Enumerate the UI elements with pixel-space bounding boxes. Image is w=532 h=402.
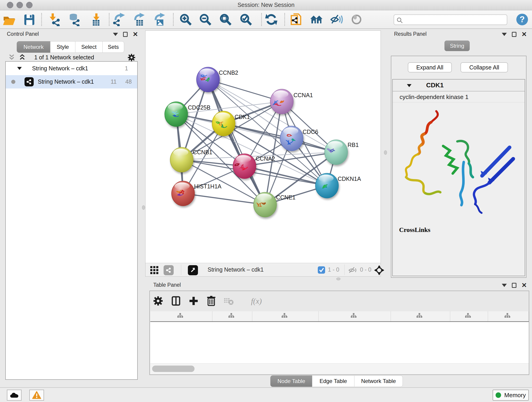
zoom-selected-icon[interactable] xyxy=(239,13,253,27)
network-node-CDC6[interactable] xyxy=(280,126,303,151)
table-row[interactable] xyxy=(150,322,529,333)
add-column-icon[interactable] xyxy=(188,295,200,307)
bottom-splitter-handle[interactable] xyxy=(336,278,341,280)
column-header--id[interactable] xyxy=(450,311,488,321)
birds-eye-view-icon[interactable] xyxy=(150,266,159,275)
export-image-icon[interactable] xyxy=(152,13,167,27)
tab-select[interactable]: Select xyxy=(75,41,103,53)
import-network-icon[interactable] xyxy=(48,13,62,27)
table-cell[interactable] xyxy=(319,322,391,333)
right-splitter-handle[interactable] xyxy=(384,150,387,155)
toolbar-separator xyxy=(41,13,42,26)
network-node-CDC25B[interactable] xyxy=(165,102,188,127)
control-panel-title: Control Panel xyxy=(7,31,39,37)
tab-sets[interactable]: Sets xyxy=(102,41,124,53)
results-panel-float-icon[interactable] xyxy=(512,32,516,37)
table-panel-menu-icon[interactable] xyxy=(502,284,507,287)
entry-collapse-icon[interactable] xyxy=(407,84,412,87)
network-row-selected[interactable]: String Network – cdk1 11 48 xyxy=(6,75,137,89)
results-panel-close-icon[interactable]: ✕ xyxy=(521,32,527,37)
network-node-RB1[interactable] xyxy=(325,140,348,165)
copy-style-icon[interactable] xyxy=(289,13,303,27)
network-node-CDK1[interactable] xyxy=(212,111,235,136)
import-database-icon[interactable] xyxy=(67,13,82,27)
network-node-HIST1H1A[interactable] xyxy=(172,181,195,206)
collapse-all-button[interactable]: Collapse All xyxy=(461,62,508,72)
column-header-database-identifier[interactable] xyxy=(319,311,391,321)
table-horizontal-scrollbar[interactable] xyxy=(150,363,529,374)
cloud-status-button[interactable] xyxy=(7,390,22,401)
table-panel-float-icon[interactable] xyxy=(512,283,516,288)
zoom-in-icon[interactable] xyxy=(178,13,193,27)
refresh-icon[interactable] xyxy=(264,13,278,27)
hide-items-icon[interactable] xyxy=(329,13,344,27)
control-panel-menu-icon[interactable] xyxy=(113,33,118,36)
results-panel-menu-icon[interactable] xyxy=(502,33,507,36)
export-network-icon[interactable] xyxy=(112,13,127,27)
network-options-gear-icon[interactable] xyxy=(127,53,136,62)
import-table-icon[interactable] xyxy=(89,13,103,27)
delete-table-icon[interactable] xyxy=(223,295,234,307)
table-gear-icon[interactable] xyxy=(152,295,164,307)
tab-node-table[interactable]: Node Table xyxy=(270,375,312,387)
network-node-CDKN1A[interactable] xyxy=(316,173,338,198)
warnings-button[interactable] xyxy=(29,390,44,401)
network-edge[interactable] xyxy=(183,193,265,205)
node-entry-header[interactable]: CDK1 xyxy=(393,80,525,91)
table-cell[interactable] xyxy=(252,322,319,333)
zoom-out-icon[interactable] xyxy=(198,13,212,27)
open-in-window-icon[interactable] xyxy=(188,265,198,275)
function-builder-icon: f(x) xyxy=(246,295,267,307)
table-cell[interactable] xyxy=(150,322,212,333)
table-cell[interactable] xyxy=(450,322,488,333)
network-canvas[interactable]: CCNB2 CCNA1 CDC25B CDK1 CDC6 RB1 CCNB1 C… xyxy=(145,31,381,277)
table-panel-close-icon[interactable]: ✕ xyxy=(521,283,527,288)
network-node-CCNE1[interactable] xyxy=(254,192,277,217)
control-panel-close-icon[interactable]: ✕ xyxy=(133,32,138,37)
save-session-icon[interactable] xyxy=(22,13,36,27)
tab-network[interactable]: Network xyxy=(17,41,51,53)
table-cell[interactable] xyxy=(212,322,253,333)
export-table-icon[interactable] xyxy=(132,13,146,27)
scrollbar-thumb[interactable] xyxy=(152,366,195,372)
collection-collapse-icon[interactable] xyxy=(17,67,22,70)
string-settings-icon[interactable] xyxy=(164,265,174,275)
left-splitter-handle[interactable] xyxy=(142,205,145,210)
search-input[interactable] xyxy=(405,15,504,24)
shared-name-tree-icon xyxy=(228,313,234,320)
column-header-shared-name[interactable] xyxy=(150,311,212,321)
tab-style[interactable]: Style xyxy=(50,41,75,53)
network-node-CCNB2[interactable] xyxy=(196,67,220,92)
selected-nodes-checkbox-icon[interactable] xyxy=(318,266,325,274)
network-node-CCNA2[interactable] xyxy=(233,154,256,179)
fit-selected-crosshair-icon[interactable] xyxy=(374,265,385,275)
toolbar-separator xyxy=(261,13,262,26)
bottom-status-bar: Memory xyxy=(0,387,532,402)
column-header-description[interactable] xyxy=(391,311,450,321)
table-cell[interactable] xyxy=(488,322,529,333)
column-header-namespace[interactable] xyxy=(488,311,529,321)
toggle-gray-sphere-icon[interactable] xyxy=(349,13,364,27)
table-cell[interactable] xyxy=(391,322,450,333)
network-node-CCNB1[interactable] xyxy=(170,147,193,172)
network-edge[interactable] xyxy=(224,123,336,152)
tab-network-table[interactable]: Network Table xyxy=(354,375,403,387)
window-title: Session: New Session xyxy=(0,2,532,8)
home-icon[interactable] xyxy=(309,13,323,27)
column-header-name[interactable] xyxy=(212,311,253,321)
columns-icon[interactable] xyxy=(170,295,182,307)
expand-all-button[interactable]: Expand All xyxy=(408,62,452,72)
search-box[interactable] xyxy=(394,14,507,25)
zoom-fit-icon[interactable] xyxy=(218,13,233,27)
control-panel-float-icon[interactable] xyxy=(123,32,128,37)
open-session-icon[interactable] xyxy=(2,13,16,27)
memory-button[interactable]: Memory xyxy=(493,390,529,401)
column-header-canonical-name[interactable] xyxy=(252,311,319,321)
delete-column-icon[interactable] xyxy=(205,295,217,307)
network-node-CCNA1[interactable] xyxy=(270,89,293,114)
tab-edge-table[interactable]: Edge Table xyxy=(312,375,355,387)
results-tab-string[interactable]: String xyxy=(444,41,470,51)
node-label-CDKN1A: CDKN1A xyxy=(338,176,361,182)
network-collection-row[interactable]: String Network – cdk1 1 xyxy=(6,62,137,75)
help-icon[interactable]: ? xyxy=(515,13,529,27)
